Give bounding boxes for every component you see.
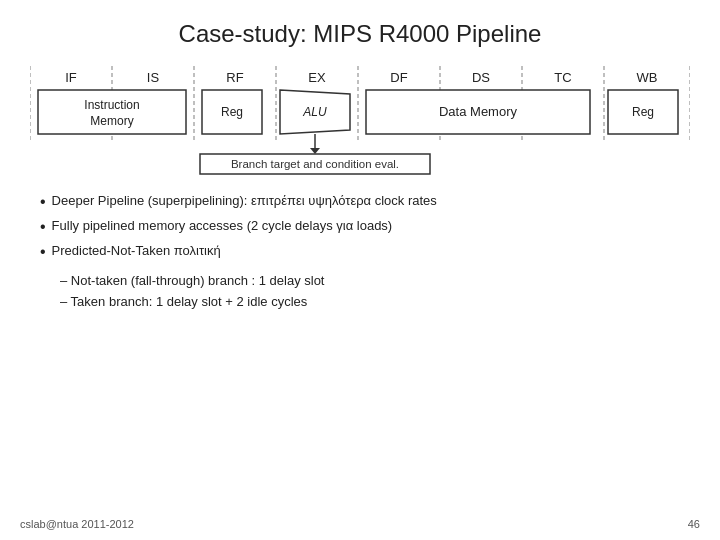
svg-text:Reg: Reg xyxy=(221,105,243,119)
stage-is: IS xyxy=(147,70,160,85)
sub-bullet-list: – Not-taken (fall-through) branch : 1 de… xyxy=(40,272,324,314)
sub-bullet-1: – Not-taken (fall-through) branch : 1 de… xyxy=(60,272,324,290)
bullet-3-text: Predicted-Not-Taken πολιτική xyxy=(52,242,221,260)
footer: cslab@ntua 2011-2012 46 xyxy=(20,518,700,530)
pipeline-svg: IF IS RF EX DF DS TC WB Instruction Memo… xyxy=(30,66,690,176)
bullet-dot-2: • xyxy=(40,217,46,236)
svg-text:Memory: Memory xyxy=(90,114,133,128)
branch-label-text: Branch target and condition eval. xyxy=(231,158,399,170)
bullet-1-text: Deeper Pipeline (superpipelining): επιτρ… xyxy=(52,192,437,210)
footer-left: cslab@ntua 2011-2012 xyxy=(20,518,134,530)
pipeline-diagram: IF IS RF EX DF DS TC WB Instruction Memo… xyxy=(30,66,690,176)
slide-title: Case-study: MIPS R4000 Pipeline xyxy=(30,20,690,48)
svg-text:Reg: Reg xyxy=(632,105,654,119)
bullet-2: • Fully pipelined memory accesses (2 cyc… xyxy=(40,217,690,236)
stage-wb: WB xyxy=(637,70,658,85)
slide: Case-study: MIPS R4000 Pipeline IF IS RF… xyxy=(0,0,720,540)
bullet-list: • Deeper Pipeline (superpipelining): επι… xyxy=(30,192,690,314)
bullet-dot-3: • xyxy=(40,242,46,261)
footer-right: 46 xyxy=(688,518,700,530)
svg-text:ALU: ALU xyxy=(302,105,327,119)
branch-arrow-head xyxy=(310,148,320,154)
svg-text:Data  Memory: Data Memory xyxy=(439,104,518,119)
stage-rf: RF xyxy=(226,70,243,85)
svg-text:Instruction: Instruction xyxy=(84,98,139,112)
bullet-2-text: Fully pipelined memory accesses (2 cycle… xyxy=(52,217,393,235)
stage-tc: TC xyxy=(554,70,571,85)
bullet-3: • Predicted-Not-Taken πολιτική – Not-tak… xyxy=(40,242,690,314)
stage-df: DF xyxy=(390,70,407,85)
stage-ex: EX xyxy=(308,70,326,85)
bullet-dot-1: • xyxy=(40,192,46,211)
bullet-1: • Deeper Pipeline (superpipelining): επι… xyxy=(40,192,690,211)
stage-ds: DS xyxy=(472,70,490,85)
sub-bullet-2: – Taken branch: 1 delay slot + 2 idle cy… xyxy=(60,293,324,311)
stage-if: IF xyxy=(65,70,77,85)
